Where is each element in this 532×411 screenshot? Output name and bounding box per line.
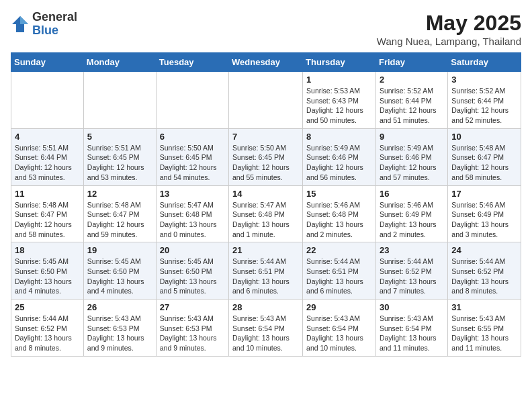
calendar-cell: 9Sunrise: 5:49 AMSunset: 6:46 PMDaylight… (375, 128, 447, 185)
weekday-header-saturday: Saturday (448, 53, 521, 72)
calendar-cell: 5Sunrise: 5:51 AMSunset: 6:45 PMDaylight… (83, 128, 156, 185)
day-info: Sunrise: 5:44 AMSunset: 6:52 PMDaylight:… (380, 257, 444, 296)
day-info: Sunrise: 5:52 AMSunset: 6:44 PMDaylight:… (380, 86, 444, 126)
svg-marker-1 (20, 16, 28, 24)
day-info: Sunrise: 5:46 AMSunset: 6:48 PMDaylight:… (306, 200, 372, 240)
calendar-cell: 12Sunrise: 5:48 AMSunset: 6:47 PMDayligh… (83, 185, 156, 242)
day-number: 9 (380, 132, 444, 142)
day-number: 26 (87, 302, 152, 312)
day-info: Sunrise: 5:43 AMSunset: 6:54 PMDaylight:… (306, 314, 372, 353)
day-number: 31 (451, 302, 517, 312)
calendar-week-3: 11Sunrise: 5:48 AMSunset: 6:47 PMDayligh… (11, 185, 521, 242)
day-info: Sunrise: 5:48 AMSunset: 6:47 PMDaylight:… (87, 200, 152, 240)
calendar-cell: 17Sunrise: 5:46 AMSunset: 6:49 PMDayligh… (448, 185, 521, 242)
logo-text: General Blue (32, 11, 77, 38)
calendar-cell: 10Sunrise: 5:48 AMSunset: 6:47 PMDayligh… (448, 128, 521, 185)
calendar-cell: 2Sunrise: 5:52 AMSunset: 6:44 PMDaylight… (375, 72, 447, 129)
day-number: 22 (306, 245, 372, 255)
day-number: 3 (451, 75, 517, 85)
day-number: 12 (87, 189, 152, 199)
day-info: Sunrise: 5:43 AMSunset: 6:54 PMDaylight:… (380, 314, 444, 353)
calendar-cell: 1Sunrise: 5:53 AMSunset: 6:43 PMDaylight… (303, 72, 376, 129)
day-number: 5 (87, 132, 152, 142)
calendar-cell: 29Sunrise: 5:43 AMSunset: 6:54 PMDayligh… (303, 300, 376, 357)
calendar-cell: 19Sunrise: 5:45 AMSunset: 6:50 PMDayligh… (83, 242, 156, 300)
day-number: 1 (306, 75, 372, 85)
day-info: Sunrise: 5:45 AMSunset: 6:50 PMDaylight:… (160, 257, 225, 296)
calendar-cell: 11Sunrise: 5:48 AMSunset: 6:47 PMDayligh… (11, 185, 84, 242)
day-info: Sunrise: 5:51 AMSunset: 6:44 PMDaylight:… (15, 143, 80, 183)
calendar-cell: 27Sunrise: 5:43 AMSunset: 6:53 PMDayligh… (156, 300, 228, 357)
calendar-week-5: 25Sunrise: 5:44 AMSunset: 6:52 PMDayligh… (11, 300, 521, 357)
calendar-cell: 18Sunrise: 5:45 AMSunset: 6:50 PMDayligh… (11, 242, 84, 300)
page-header: General Blue May 2025 Wang Nuea, Lampang… (11, 11, 521, 47)
day-info: Sunrise: 5:48 AMSunset: 6:47 PMDaylight:… (451, 143, 517, 183)
day-number: 24 (451, 245, 517, 255)
calendar-cell: 31Sunrise: 5:43 AMSunset: 6:55 PMDayligh… (448, 300, 521, 357)
calendar-week-1: 1Sunrise: 5:53 AMSunset: 6:43 PMDaylight… (11, 72, 521, 129)
calendar-cell: 13Sunrise: 5:47 AMSunset: 6:48 PMDayligh… (156, 185, 228, 242)
day-info: Sunrise: 5:51 AMSunset: 6:45 PMDaylight:… (87, 143, 152, 183)
day-number: 27 (160, 302, 225, 312)
day-number: 20 (160, 245, 225, 255)
day-number: 2 (380, 75, 444, 85)
calendar-week-2: 4Sunrise: 5:51 AMSunset: 6:44 PMDaylight… (11, 128, 521, 185)
day-info: Sunrise: 5:43 AMSunset: 6:53 PMDaylight:… (87, 314, 152, 353)
day-number: 13 (160, 189, 225, 199)
calendar-cell (83, 72, 156, 129)
calendar-cell: 4Sunrise: 5:51 AMSunset: 6:44 PMDaylight… (11, 128, 84, 185)
day-info: Sunrise: 5:47 AMSunset: 6:48 PMDaylight:… (160, 200, 225, 240)
day-info: Sunrise: 5:44 AMSunset: 6:51 PMDaylight:… (232, 257, 299, 296)
calendar-cell: 22Sunrise: 5:44 AMSunset: 6:51 PMDayligh… (303, 242, 376, 300)
calendar-cell (11, 72, 84, 129)
calendar-cell: 7Sunrise: 5:50 AMSunset: 6:45 PMDaylight… (229, 128, 303, 185)
day-number: 16 (380, 189, 444, 199)
weekday-header-tuesday: Tuesday (156, 53, 228, 72)
day-number: 11 (15, 189, 80, 199)
calendar-cell: 21Sunrise: 5:44 AMSunset: 6:51 PMDayligh… (229, 242, 303, 300)
day-number: 10 (451, 132, 517, 142)
day-number: 29 (306, 302, 372, 312)
calendar-cell: 28Sunrise: 5:43 AMSunset: 6:54 PMDayligh… (229, 300, 303, 357)
day-number: 18 (15, 245, 80, 255)
day-number: 30 (380, 302, 444, 312)
logo-blue-label: Blue (32, 24, 77, 38)
calendar-cell: 8Sunrise: 5:49 AMSunset: 6:46 PMDaylight… (303, 128, 376, 185)
day-number: 15 (306, 189, 372, 199)
title-block: May 2025 Wang Nuea, Lampang, Thailand (377, 11, 521, 47)
day-info: Sunrise: 5:43 AMSunset: 6:54 PMDaylight:… (232, 314, 299, 353)
weekday-header-friday: Friday (375, 53, 447, 72)
day-number: 7 (232, 132, 299, 142)
day-info: Sunrise: 5:46 AMSunset: 6:49 PMDaylight:… (451, 200, 517, 240)
day-info: Sunrise: 5:46 AMSunset: 6:49 PMDaylight:… (380, 200, 444, 240)
day-info: Sunrise: 5:50 AMSunset: 6:45 PMDaylight:… (232, 143, 299, 183)
day-info: Sunrise: 5:50 AMSunset: 6:45 PMDaylight:… (160, 143, 225, 183)
day-info: Sunrise: 5:49 AMSunset: 6:46 PMDaylight:… (306, 143, 372, 183)
calendar-cell: 25Sunrise: 5:44 AMSunset: 6:52 PMDayligh… (11, 300, 84, 357)
logo: General Blue (11, 11, 77, 38)
day-number: 25 (15, 302, 80, 312)
day-info: Sunrise: 5:44 AMSunset: 6:52 PMDaylight:… (15, 314, 80, 353)
calendar-cell: 15Sunrise: 5:46 AMSunset: 6:48 PMDayligh… (303, 185, 376, 242)
weekday-header-sunday: Sunday (11, 53, 84, 72)
weekday-header-monday: Monday (83, 53, 156, 72)
calendar-cell: 23Sunrise: 5:44 AMSunset: 6:52 PMDayligh… (375, 242, 447, 300)
day-info: Sunrise: 5:52 AMSunset: 6:44 PMDaylight:… (451, 86, 517, 126)
weekday-header-thursday: Thursday (303, 53, 376, 72)
calendar-cell: 3Sunrise: 5:52 AMSunset: 6:44 PMDaylight… (448, 72, 521, 129)
day-number: 6 (160, 132, 225, 142)
day-info: Sunrise: 5:43 AMSunset: 6:53 PMDaylight:… (160, 314, 225, 353)
day-number: 17 (451, 189, 517, 199)
day-number: 23 (380, 245, 444, 255)
day-info: Sunrise: 5:45 AMSunset: 6:50 PMDaylight:… (87, 257, 152, 296)
calendar-cell: 20Sunrise: 5:45 AMSunset: 6:50 PMDayligh… (156, 242, 228, 300)
day-number: 19 (87, 245, 152, 255)
day-number: 8 (306, 132, 372, 142)
day-number: 28 (232, 302, 299, 312)
calendar-cell: 16Sunrise: 5:46 AMSunset: 6:49 PMDayligh… (375, 185, 447, 242)
day-info: Sunrise: 5:53 AMSunset: 6:43 PMDaylight:… (306, 86, 372, 126)
calendar-week-4: 18Sunrise: 5:45 AMSunset: 6:50 PMDayligh… (11, 242, 521, 300)
day-number: 21 (232, 245, 299, 255)
calendar-cell (229, 72, 303, 129)
day-info: Sunrise: 5:49 AMSunset: 6:46 PMDaylight:… (380, 143, 444, 183)
